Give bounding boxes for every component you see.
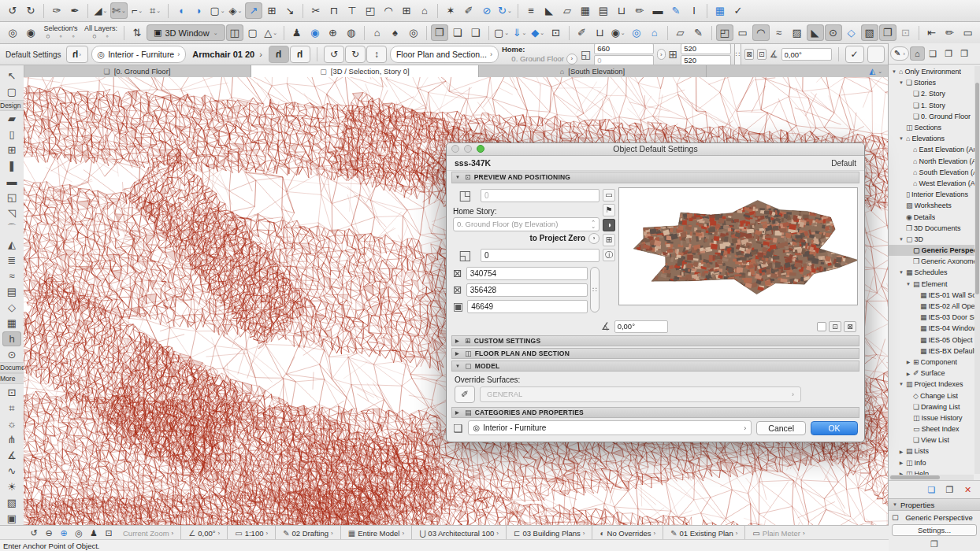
camera-icon[interactable]: ◉⌄ [610, 24, 627, 41]
window-tool[interactable]: ⊞ [2, 142, 21, 158]
preview-mirror-button[interactable]: ⊠ [844, 321, 856, 332]
visual-favorites-icon[interactable]: ✓ [729, 2, 747, 19]
profile-small-icon[interactable]: ⊔ [613, 2, 630, 19]
dimension-standard-control[interactable]: ⊏03 Building Plans› [510, 529, 588, 538]
axonometry-icon[interactable]: △⌄ [262, 24, 280, 41]
beam-small-icon[interactable]: ▬ [649, 2, 666, 19]
current-tool-button[interactable]: h› [66, 46, 88, 63]
sun-tool[interactable]: ☀ [2, 479, 21, 494]
split-icon[interactable]: ✂ [307, 2, 325, 19]
chain-link-button[interactable]: ∷ [734, 44, 741, 65]
component-icon[interactable]: ▶ ⊞ Component [889, 357, 980, 368]
home-story-select[interactable]: 0. Ground Floor (By Elevation) ⌃⌄ [453, 217, 600, 231]
blank-option-button[interactable] [867, 46, 885, 63]
mirror-x-button[interactable]: ⊠ [744, 49, 754, 60]
apply-check-button[interactable]: ✓ [845, 46, 864, 63]
schedules-icon[interactable]: ▼ ▦ Schedules [889, 267, 980, 278]
home-story-chevron[interactable]: › [566, 54, 577, 65]
layers-stack-icon[interactable]: ❐ [930, 540, 938, 549]
surface-icon[interactable]: ▶ ✐ Surface [889, 368, 980, 379]
preview-photo-icon[interactable]: ⊞ [603, 234, 615, 246]
hatch-lines-icon[interactable]: ≈ [770, 24, 788, 41]
spline-tool[interactable]: ∿ [2, 463, 21, 479]
sections-icon[interactable]: ◫ Sections [889, 122, 980, 133]
tab-ground-floor[interactable]: ❏ [0. Ground Floor] [24, 65, 251, 77]
elevation-input[interactable] [594, 44, 654, 54]
mirror-y-button[interactable]: ⊡ [757, 49, 767, 60]
morph-tool[interactable]: ◭ [2, 237, 21, 253]
marquee-mode-icon[interactable]: ▢⌄ [209, 2, 226, 19]
dim-text-icon[interactable]: ⊡ [897, 24, 915, 41]
preview-flip-button[interactable]: ⊡ [829, 321, 841, 332]
visibility-eye-icon[interactable]: ◎ [405, 24, 422, 41]
section-custom-settings[interactable]: ▶ ⊞ CUSTOM SETTINGS [451, 335, 859, 346]
delete-icon[interactable]: ✕ [960, 483, 975, 497]
cleanup-brush-icon[interactable]: ✐ [460, 2, 477, 19]
elevation-icon[interactable]: ⌂ South Elevation (A [889, 167, 980, 178]
layout-book-icon[interactable]: ❐ [941, 46, 956, 61]
shingle-small-icon[interactable]: ▤ [595, 2, 612, 19]
preview-elevation-icon[interactable]: ⚑ [603, 204, 615, 216]
layout-scale-control[interactable]: ▭Plain Meter› [749, 529, 807, 538]
corner-hatch-icon[interactable]: ◰ [716, 24, 733, 41]
publish-cloud-icon[interactable]: ◆⌄ [529, 24, 547, 41]
flip-button[interactable]: ↕ [366, 46, 387, 63]
curtain-wall-tool[interactable]: ▤ [2, 284, 21, 300]
show-placed-icon[interactable]: ❐ [431, 24, 448, 41]
rotate-left-button[interactable]: ↺ [324, 46, 344, 63]
pickup-parameters-icon[interactable]: ✑ [48, 2, 65, 19]
rotation-angle-input[interactable] [614, 320, 668, 333]
schedule-icon[interactable]: ▦ IES-01 Wall Sch [889, 290, 980, 301]
screen-capture-icon[interactable]: ⊡ [548, 24, 565, 41]
angle-dimension-tool[interactable]: ∡ [2, 447, 21, 463]
lamp-tool[interactable]: ⊙ [2, 346, 21, 362]
orbit-icon[interactable]: ↺ [27, 527, 41, 539]
elevation-icon[interactable]: ⌂ West Elevation (Au [889, 178, 980, 189]
trim-icon[interactable]: ✄⌄ [110, 2, 128, 19]
window-insert-icon[interactable]: ⊞ [398, 2, 415, 19]
wall-tool[interactable]: ▰ [2, 111, 21, 127]
bottom-offset-input[interactable] [481, 249, 600, 262]
mesh-small-icon[interactable]: ▦ [577, 2, 594, 19]
cube-section-icon[interactable]: ◫ [226, 24, 243, 41]
publish-download-icon[interactable]: ⇓⌄ [511, 24, 529, 41]
height-input[interactable] [681, 55, 731, 66]
surface-painter-icon[interactable]: ✐ [574, 24, 591, 41]
arc-wall-icon[interactable]: ◠ [380, 2, 397, 19]
orbit-globe-icon[interactable]: ⊕ [325, 24, 342, 41]
paint-brush-button[interactable]: ✐ [455, 386, 475, 403]
move-icon[interactable]: ↗ [245, 2, 262, 19]
y-position-input[interactable] [466, 283, 588, 297]
3d-window-button[interactable]: ▣ 3D Window ⌄ [147, 24, 225, 41]
scale-control[interactable]: ▭1:100› [232, 529, 271, 538]
stair-tool[interactable]: ≣ [2, 253, 21, 268]
favorites-default-label[interactable]: Default [831, 159, 856, 168]
view-list-icon[interactable]: ❏ View List [889, 435, 980, 446]
renovation-filter-control[interactable]: ✎01 Existing Plan› [667, 529, 741, 538]
tab-overview-button[interactable]: ◭ ⌄ [863, 65, 889, 77]
schedule-icon[interactable]: ▦ IES-BX Default [889, 346, 980, 357]
fill-rect-icon[interactable]: ▭ [734, 24, 752, 41]
dome-icon[interactable]: ◠ [752, 24, 770, 41]
perspective-icon[interactable]: ◎ [72, 527, 86, 539]
coordinates-chain-button[interactable]: ∷ [590, 267, 600, 312]
view-map-icon[interactable]: ❏ [926, 46, 941, 61]
pen-blue-icon[interactable]: ✎ [667, 2, 685, 19]
section-preview-positioning[interactable]: ▼ ⊡ PREVIEW AND POSITIONING [451, 172, 859, 183]
elevation-icon[interactable]: ⌂ North Elevation (A [889, 156, 980, 167]
picture-fill-icon[interactable]: ▧ [861, 24, 878, 41]
zoom-out-icon[interactable]: ⊖ [42, 527, 56, 539]
railing-tool[interactable]: ≈ [2, 268, 21, 284]
pen-sets-control[interactable]: ✎02 Drafting› [280, 529, 336, 538]
intersect-icon[interactable]: ⊓ [325, 2, 343, 19]
hatch-dense-icon[interactable]: ▨ [789, 24, 806, 41]
slab-tool[interactable]: ◱ [2, 190, 21, 205]
light-tool[interactable]: ☼ [2, 416, 21, 431]
properties-header[interactable]: ▼ Properties [889, 498, 980, 511]
projector-icon[interactable]: ▱ [672, 24, 689, 41]
tape-measure-right-icon[interactable]: ◗ [191, 2, 208, 19]
copy-view-icon[interactable]: ❏ [449, 24, 466, 41]
zoom-level-control[interactable]: Current Zoom› [117, 529, 176, 538]
structure-display-control[interactable]: ▦Entire Model› [345, 529, 407, 538]
selection-hand-icon[interactable]: ◦ [68, 32, 79, 42]
